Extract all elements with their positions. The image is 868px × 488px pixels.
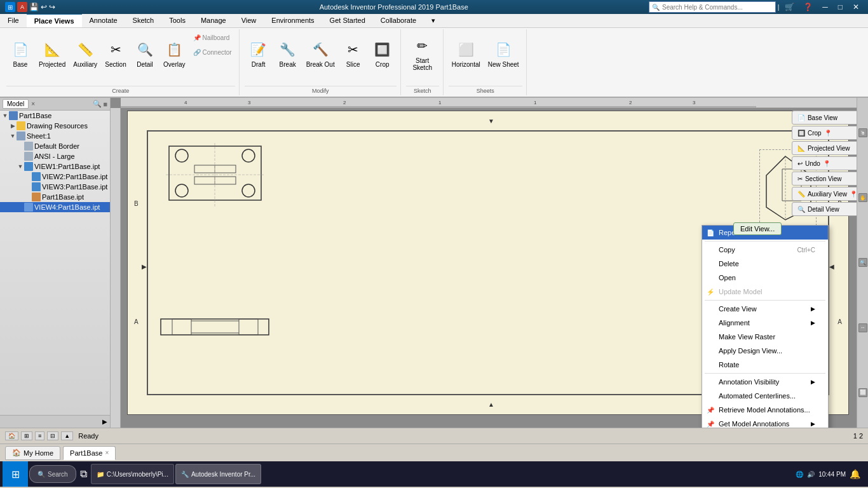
- float-projected-view-btn[interactable]: 📐 Projected View: [792, 141, 863, 155]
- new-sheet-btn[interactable]: 📄 New Sheet: [485, 30, 522, 76]
- redo-tb-btn[interactable]: ↪: [49, 3, 55, 11]
- ctx-sep-2: [705, 300, 825, 301]
- tree-item-sheet1[interactable]: ▼ Sheet:1: [0, 131, 110, 141]
- edit-view-popup[interactable]: Edit View...: [733, 222, 782, 235]
- tree-item-part1base[interactable]: ▼ Part1Base: [0, 111, 110, 121]
- detail-view-btn[interactable]: 🔍 Detail: [131, 30, 159, 76]
- ctx-rotate[interactable]: Rotate: [702, 358, 828, 372]
- sidebar-resize-bar[interactable]: ▶: [0, 415, 110, 428]
- tab-my-home[interactable]: 🏠 My Home: [5, 446, 60, 460]
- status-bar: 🏠 ⊞ ≡ ⊟ ▲ Ready 1 2: [0, 428, 868, 444]
- float-crop-btn[interactable]: 🔲 Crop 📍: [792, 126, 863, 140]
- search-input[interactable]: [662, 4, 764, 11]
- break-btn[interactable]: 🔧 Break: [274, 30, 302, 76]
- float-section-view-btn[interactable]: ✂ Section View: [792, 172, 863, 186]
- tree-item-drawing-resources[interactable]: ▶ Drawing Resources: [0, 121, 110, 131]
- vert-btn-2[interactable]: ✋: [858, 193, 867, 202]
- tab-extra[interactable]: ▾: [424, 13, 443, 27]
- vert-btn-3[interactable]: 🔍: [858, 258, 867, 267]
- close-btn[interactable]: ✕: [849, 3, 863, 11]
- tab-part1base[interactable]: Part1Base ×: [63, 446, 116, 460]
- ctx-make-view-raster[interactable]: Make View Raster: [702, 330, 828, 344]
- overlay-view-btn[interactable]: 📋 Overlay: [160, 30, 188, 76]
- tab-place-views[interactable]: Place Views: [27, 13, 82, 27]
- svg-text:2: 2: [343, 100, 346, 105]
- base-view-btn[interactable]: 📄 Base: [6, 30, 34, 76]
- ctx-automated-centerlines[interactable]: Automated Centerlines...: [702, 389, 828, 403]
- tab-manage[interactable]: Manage: [193, 13, 234, 27]
- ctx-copy-shortcut: Ctrl+C: [797, 247, 815, 254]
- ctx-annotation-visibility[interactable]: Annotation Visibility ▶: [702, 375, 828, 389]
- help-icon[interactable]: ❓: [800, 1, 816, 13]
- projected-view-btn[interactable]: 📐 Projected: [36, 30, 69, 76]
- tree-item-view4[interactable]: VIEW4:Part1Base.ipt: [0, 202, 110, 212]
- ctx-open[interactable]: Open: [702, 271, 828, 285]
- restore-btn[interactable]: □: [834, 3, 846, 11]
- undo-tb-btn[interactable]: ↩: [41, 3, 47, 11]
- taskbar-app-explorer[interactable]: 📁 C:\Users\moberly\Pi...: [91, 464, 174, 484]
- save-btn[interactable]: 💾: [29, 3, 39, 11]
- vert-btn-4[interactable]: ↔: [858, 323, 867, 332]
- statusbar-grid-btn[interactable]: ⊞: [21, 431, 32, 440]
- statusbar-expand-btn[interactable]: ▲: [61, 431, 73, 440]
- model-tab[interactable]: Model: [3, 99, 29, 109]
- task-view-btn[interactable]: ⧉: [78, 467, 90, 481]
- tab-view[interactable]: View: [234, 13, 264, 27]
- statusbar-list-btn[interactable]: ≡: [35, 431, 44, 440]
- tree-item-part1base-ipt[interactable]: Part1Base.ipt: [0, 192, 110, 202]
- close-model-tab[interactable]: ×: [31, 100, 35, 107]
- drawing-view-top[interactable]: [166, 143, 264, 207]
- statusbar-col-btn[interactable]: ⊟: [47, 431, 58, 440]
- start-sketch-btn[interactable]: ✏ Start Sketch: [406, 30, 439, 76]
- break-out-btn[interactable]: 🔨 Break Out: [303, 30, 338, 76]
- tree-item-view1[interactable]: ▼ VIEW1:Part1Base.ipt: [0, 161, 110, 172]
- right-collapse-bar[interactable]: 🖱 ✋ 🔍 ↔ ⬜: [857, 98, 868, 428]
- statusbar-model-btn[interactable]: 🏠: [5, 431, 18, 440]
- taskbar-app-inventor[interactable]: 🔧 Autodesk Inventor Pr...: [175, 464, 261, 484]
- notification-btn[interactable]: 🔔: [850, 469, 860, 479]
- tree-item-ansi-large[interactable]: ANSI - Large: [0, 151, 110, 161]
- minimize-btn[interactable]: ─: [818, 3, 832, 11]
- float-auxiliary-view-btn[interactable]: 📏 Auxiliary View 📍: [792, 187, 863, 201]
- file-icon[interactable]: A: [17, 2, 27, 12]
- tab-part1base-close[interactable]: ×: [105, 449, 109, 456]
- windows-logo-icon[interactable]: ⊞: [5, 2, 15, 12]
- auxiliary-view-btn[interactable]: 📏 Auxiliary: [70, 30, 100, 76]
- vert-btn-5[interactable]: ⬜: [858, 388, 867, 397]
- search-tree-btn[interactable]: 🔍: [93, 100, 102, 108]
- vert-btn-1[interactable]: 🖱: [858, 128, 867, 137]
- tree-item-view3[interactable]: VIEW3:Part1Base.ipt: [0, 182, 110, 192]
- tab-annotate[interactable]: Annotate: [82, 13, 125, 27]
- ctx-get-model-annotations[interactable]: 📌 Get Model Annotations ▶: [702, 417, 828, 428]
- cart-icon[interactable]: 🛒: [782, 1, 797, 13]
- tree-item-view2[interactable]: VIEW2:Part1Base.ipt: [0, 172, 110, 182]
- section-view-btn[interactable]: ✂ Section: [102, 30, 130, 76]
- tab-sketch[interactable]: Sketch: [125, 13, 162, 27]
- tab-get-started[interactable]: Get Started: [322, 13, 373, 27]
- horizontal-btn[interactable]: ⬜ Horizontal: [449, 30, 484, 76]
- float-detail-view-btn[interactable]: 🔍 Detail View: [792, 202, 863, 216]
- ctx-delete[interactable]: Delete: [702, 257, 828, 271]
- ctx-apply-design-view[interactable]: Apply Design View...: [702, 344, 828, 358]
- ctx-alignment[interactable]: Alignment ▶: [702, 316, 828, 330]
- taskbar-search[interactable]: 🔍 Search: [29, 465, 76, 483]
- slice-btn[interactable]: ✂ Slice: [339, 30, 367, 76]
- tab-tools[interactable]: Tools: [161, 13, 193, 27]
- tree-item-default-border[interactable]: Default Border: [0, 141, 110, 151]
- drawing-view-bottom[interactable]: [159, 316, 271, 338]
- ctx-create-view[interactable]: Create View ▶: [702, 302, 828, 316]
- tab-file[interactable]: File: [0, 13, 27, 27]
- draft-btn[interactable]: 📝 Draft: [245, 30, 273, 76]
- ctx-retrieve-annotations[interactable]: 📌 Retrieve Model Annotations...: [702, 403, 828, 417]
- float-undo-btn[interactable]: ↩ Undo 📍: [792, 156, 863, 170]
- tab-collaborate[interactable]: Collaborate: [373, 13, 424, 27]
- float-base-view-btn[interactable]: 📄 Base View: [792, 111, 863, 125]
- nailboard-btn[interactable]: 📌 Nailboard: [190, 30, 235, 44]
- tab-environments[interactable]: Environments: [264, 13, 322, 27]
- connector-btn[interactable]: 🔗 Connector: [190, 45, 235, 59]
- drawing-canvas-area[interactable]: 4 3 2 1 1 2 3 ▶ ◀ ▼ ▲ B A B A: [111, 98, 868, 428]
- crop-btn[interactable]: 🔲 Crop: [369, 30, 397, 76]
- tree-settings-btn[interactable]: ≡: [104, 100, 107, 108]
- start-button[interactable]: ⊞: [3, 461, 28, 487]
- ctx-copy[interactable]: Copy Ctrl+C: [702, 243, 828, 257]
